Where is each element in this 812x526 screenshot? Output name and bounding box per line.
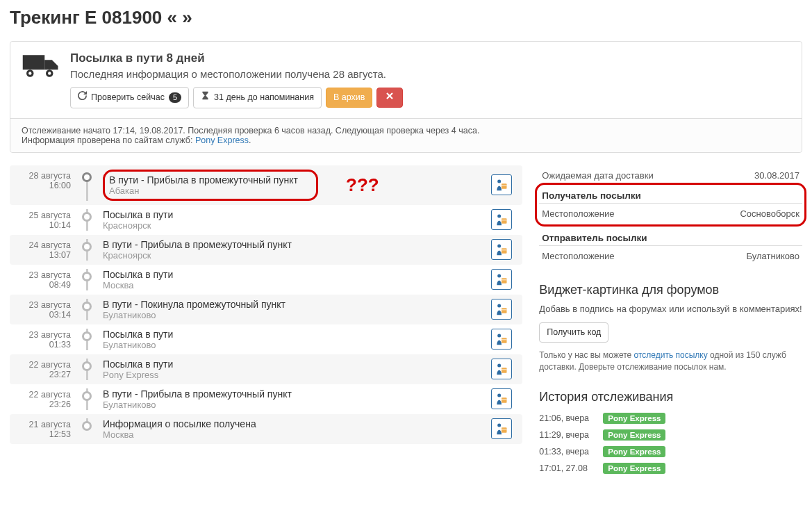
footer-service-link[interactable]: Pony Express <box>195 135 249 145</box>
timeline-dot-col <box>78 269 96 290</box>
carrier-badge[interactable] <box>491 388 512 409</box>
timeline-status: Информация о посылке получена <box>103 418 486 429</box>
timeline-date: 21 августа12:53 <box>10 418 78 440</box>
timeline-status: Посылка в пути <box>103 269 486 280</box>
footer-line-1: Отслеживание начато 17:14, 19.08.2017. П… <box>22 126 790 135</box>
timeline-body: В пути - Прибыла в промежуточный пунктАб… <box>96 170 486 201</box>
timeline-row: 25 августа10:14Посылка в путиКрасноярск <box>10 205 522 235</box>
history-item: 17:01, 27.08Pony Express <box>539 460 802 477</box>
timeline-dot-col <box>78 388 96 410</box>
timeline-location: Булатниково <box>103 400 486 410</box>
timeline-row: 22 августа23:27Посылка в путиPony Expres… <box>10 354 522 384</box>
timeline-date: 22 августа23:27 <box>10 359 78 380</box>
svg-rect-13 <box>502 308 507 313</box>
timeline-date: 23 августа08:49 <box>10 269 78 290</box>
carrier-badge[interactable] <box>491 269 512 290</box>
svg-rect-19 <box>502 397 507 403</box>
page-title: Трекинг E 081900 « » <box>10 7 802 28</box>
svg-rect-7 <box>502 218 507 224</box>
history-item: 21:06, вчераPony Express <box>539 410 802 427</box>
timeline-row: 21 августа12:53Информация о посылке полу… <box>10 414 522 444</box>
recipient-location-row: Местоположение Сосновоборск <box>539 204 802 224</box>
svg-point-8 <box>498 245 502 248</box>
carrier-badge[interactable] <box>491 329 512 350</box>
sender-header: Отправитель посылки <box>539 228 802 246</box>
svg-rect-15 <box>502 338 507 343</box>
svg-rect-9 <box>502 248 507 254</box>
history-service-pill[interactable]: Pony Express <box>603 413 665 424</box>
timeline: 28 августа16:00В пути - Прибыла в промеж… <box>10 165 522 477</box>
timeline-dot-icon <box>82 421 92 431</box>
history-service-pill[interactable]: Pony Express <box>603 446 665 457</box>
carrier-badge[interactable] <box>491 209 512 230</box>
timeline-dot-col <box>78 418 96 440</box>
timeline-date: 25 августа10:14 <box>10 209 78 231</box>
footer-dot: . <box>249 135 251 145</box>
timeline-dot-col <box>78 209 96 231</box>
expected-delivery-row: Ожидаемая дата доставки 30.08.2017 <box>539 165 802 186</box>
remind-button[interactable]: 31 день до напоминания <box>193 87 322 108</box>
expected-delivery-label: Ожидаемая дата доставки <box>542 170 653 181</box>
hourglass-icon <box>201 91 210 104</box>
timeline-dot-icon <box>82 212 92 222</box>
carrier-badge[interactable] <box>491 359 512 379</box>
timeline-location: Булатниково <box>103 340 486 350</box>
timeline-dot-icon <box>82 242 92 252</box>
timeline-row: 23 августа01:33Посылка в путиБулатниково <box>10 324 522 354</box>
timeline-body: Посылка в путиКрасноярск <box>96 209 486 231</box>
timeline-body: В пути - Покинула промежуточный пунктБул… <box>96 299 486 320</box>
timeline-dot-icon <box>82 331 92 341</box>
check-now-button[interactable]: Проверить сейчас 5 <box>70 87 189 108</box>
timeline-dot-icon <box>82 391 92 401</box>
track-parcel-link[interactable]: отследить посылку <box>634 350 708 360</box>
refresh-icon <box>78 91 87 104</box>
timeline-row: 23 августа08:49Посылка в путиМосква <box>10 265 522 295</box>
carrier-badge[interactable] <box>491 239 512 260</box>
timeline-row: 28 августа16:00В пути - Прибыла в промеж… <box>10 165 522 205</box>
widget-title: Виджет-картинка для форумов <box>539 283 802 297</box>
timeline-location: Москва <box>103 429 486 440</box>
svg-point-20 <box>498 424 502 427</box>
delete-button[interactable] <box>376 88 403 108</box>
history-time: 17:01, 27.08 <box>539 463 597 473</box>
history-item: 01:33, вчераPony Express <box>539 443 802 460</box>
history-service-pill[interactable]: Pony Express <box>603 463 665 474</box>
archive-button[interactable]: В архив <box>326 88 372 108</box>
carrier-badge[interactable] <box>491 418 512 439</box>
svg-rect-17 <box>502 368 507 373</box>
history-title: История отслеживания <box>539 390 802 404</box>
annotation-question: ??? <box>346 174 379 196</box>
get-code-button[interactable]: Получить код <box>539 322 608 343</box>
truck-icon <box>22 51 60 79</box>
history-service-pill[interactable]: Pony Express <box>603 429 665 441</box>
timeline-date: 28 августа16:00 <box>10 170 78 201</box>
timeline-dot-col <box>78 329 96 350</box>
svg-point-14 <box>498 334 502 338</box>
carrier-badge[interactable] <box>491 299 512 320</box>
widget-note: Только у нас вы можете отследить посылку… <box>539 350 802 373</box>
carrier-badge[interactable] <box>491 174 512 195</box>
timeline-status: В пути - Прибыла в промежуточный пункт <box>103 388 486 400</box>
timeline-date: 22 августа23:26 <box>10 388 78 410</box>
svg-point-12 <box>498 304 502 308</box>
timeline-status: Посылка в пути <box>103 209 486 220</box>
timeline-location: Булатниково <box>103 310 486 320</box>
timeline-row: 23 августа03:14В пути - Покинула промежу… <box>10 295 522 324</box>
check-now-badge: 5 <box>169 92 181 103</box>
remind-label: 31 день до напоминания <box>214 92 314 104</box>
close-icon <box>386 92 394 104</box>
timeline-body: Посылка в путиБулатниково <box>96 329 486 350</box>
timeline-body: В пути - Прибыла в промежуточный пунктКр… <box>96 239 486 261</box>
sender-location-value: Булатниково <box>747 251 799 261</box>
widget-desc: Добавь в подпись на форумах или использу… <box>539 303 802 315</box>
timeline-status: В пути - Покинула промежуточный пункт <box>103 299 486 310</box>
timeline-dot-col <box>78 239 96 261</box>
status-footer: Отслеживание начато 17:14, 19.08.2017. П… <box>10 118 802 152</box>
recipient-location-value: Сосновоборск <box>740 208 799 219</box>
timeline-body: В пути - Прибыла в промежуточный пунктБу… <box>96 388 486 410</box>
timeline-location: Москва <box>103 280 486 290</box>
timeline-dot-col <box>78 299 96 320</box>
sender-location-row: Местоположение Булатниково <box>539 246 802 266</box>
svg-point-16 <box>498 364 502 368</box>
status-panel: Посылка в пути 8 дней Последняя информац… <box>10 41 802 153</box>
